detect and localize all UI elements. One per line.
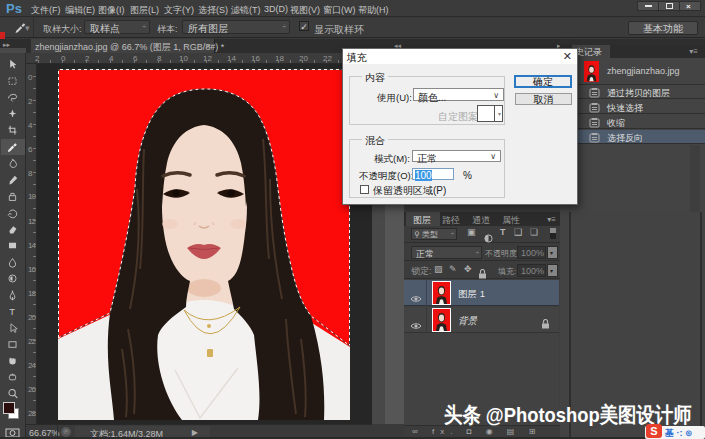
svg-text:T: T	[9, 306, 15, 317]
